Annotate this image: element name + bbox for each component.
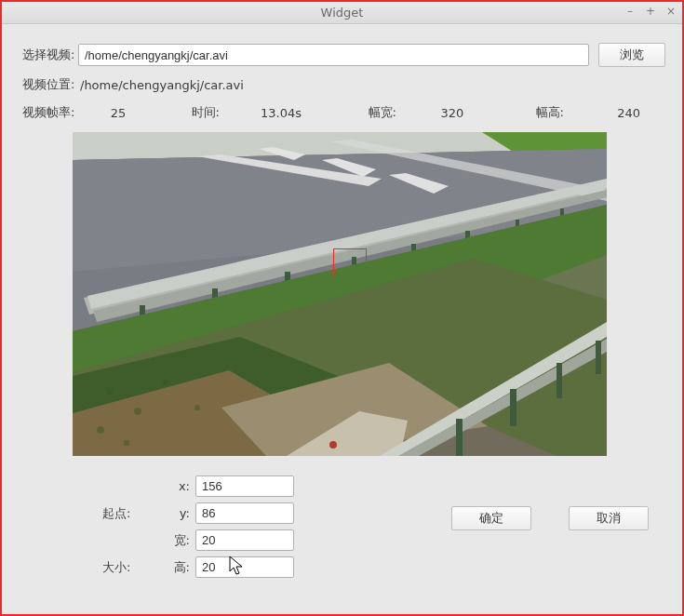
titlebar[interactable]: Widget – + ×	[2, 2, 682, 24]
svg-point-42	[329, 441, 337, 449]
svg-point-40	[97, 426, 104, 434]
video-path-input[interactable]	[78, 44, 589, 66]
value-time: 13.04s	[220, 106, 342, 120]
row-video-location: 视频位置: /home/chengyangkj/car.avi	[22, 76, 665, 93]
roi-x-input[interactable]	[195, 475, 294, 497]
svg-point-41	[124, 440, 129, 446]
roi-y-input[interactable]	[195, 502, 294, 524]
svg-rect-34	[557, 363, 562, 398]
cancel-button[interactable]: 取消	[569, 506, 649, 530]
content: 选择视频: 浏览 视频位置: /home/chengyangkj/car.avi…	[2, 24, 682, 614]
value-height: 240	[564, 106, 640, 120]
coord-grid: x: 起点: y: 宽: 大小: 高:	[102, 473, 298, 581]
svg-rect-32	[456, 419, 463, 456]
label-fps: 视频帧率:	[22, 104, 78, 121]
ok-button[interactable]: 确定	[451, 506, 531, 530]
label-width: 幅宽:	[342, 104, 396, 121]
value-fps: 25	[78, 106, 158, 120]
row-select-video: 选择视频: 浏览	[22, 43, 665, 67]
label-w: 宽:	[168, 532, 195, 549]
roi-selection-box[interactable]	[333, 248, 367, 275]
svg-point-38	[163, 379, 168, 384]
label-height: 幅高:	[508, 104, 564, 121]
video-preview[interactable]	[73, 132, 607, 456]
label-select-video: 选择视频:	[22, 47, 78, 63]
minimize-icon[interactable]: –	[623, 4, 637, 19]
label-h: 高:	[168, 559, 195, 576]
svg-rect-35	[596, 341, 601, 374]
roi-w-input[interactable]	[195, 529, 294, 551]
label-time: 时间:	[158, 104, 220, 121]
label-start-point: 起点:	[102, 505, 168, 522]
svg-point-36	[107, 390, 113, 395]
value-width: 320	[396, 106, 508, 120]
browse-button[interactable]: 浏览	[598, 43, 665, 67]
svg-point-39	[194, 405, 200, 410]
label-size: 大小:	[102, 559, 168, 576]
maximize-icon[interactable]: +	[643, 4, 658, 19]
row-video-info: 视频帧率: 25 时间: 13.04s 幅宽: 320 幅高: 240	[22, 104, 665, 121]
label-video-location: 视频位置:	[22, 76, 78, 93]
video-frame-image	[73, 132, 607, 456]
video-location-value: /home/chengyangkj/car.avi	[78, 78, 244, 92]
roi-h-input[interactable]	[195, 556, 294, 578]
svg-rect-33	[510, 389, 516, 426]
label-x: x:	[168, 479, 195, 493]
svg-point-37	[134, 408, 141, 415]
wm-buttons: – + ×	[623, 4, 678, 19]
action-buttons: 确定 取消	[451, 506, 649, 530]
window: Widget – + × 选择视频: 浏览 视频位置: /home/chengy…	[0, 0, 684, 616]
window-title: Widget	[2, 6, 682, 20]
label-y: y:	[168, 506, 195, 520]
coord-area: x: 起点: y: 宽: 大小: 高: 确定 取消	[22, 473, 665, 581]
close-icon[interactable]: ×	[664, 4, 678, 19]
